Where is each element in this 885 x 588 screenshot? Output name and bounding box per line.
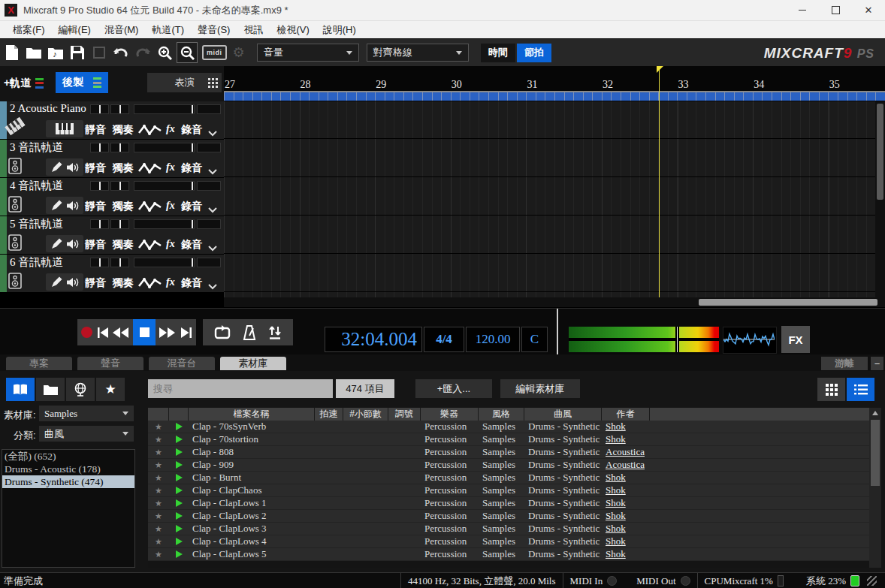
menu-item[interactable]: 編輯(E) [52, 23, 98, 37]
master-fx-button[interactable]: FX [781, 326, 810, 353]
track-lane[interactable] [224, 101, 875, 139]
preview-play-button[interactable] [169, 487, 189, 494]
track-header[interactable]: 4 音訊軌道 靜音 獨奏 fx 錄音 [0, 178, 224, 216]
pencil-icon[interactable] [51, 238, 62, 249]
sample-author-link[interactable]: Shok [602, 484, 650, 496]
minimize-button[interactable] [786, 1, 819, 20]
edit-library-button[interactable]: 編輯素材庫 [500, 379, 580, 398]
track-name[interactable]: 4 音訊軌道 [10, 179, 88, 194]
open-project-button[interactable] [24, 43, 44, 62]
pencil-icon[interactable] [51, 161, 62, 173]
track-lane[interactable] [224, 178, 875, 216]
preview-play-button[interactable] [169, 538, 189, 545]
fx-button[interactable]: fx [166, 237, 175, 252]
mute-button[interactable]: 靜音 [85, 122, 106, 137]
redo-button[interactable] [133, 43, 153, 62]
track-color-stripe[interactable] [0, 216, 7, 254]
track-header[interactable]: 2 Acoustic Piano 靜音 獨奏 fx 錄音 [0, 101, 224, 139]
scrollbar-thumb[interactable] [871, 420, 880, 486]
preview-play-button[interactable] [169, 499, 189, 507]
track-header[interactable]: 3 音訊軌道 靜音 獨奏 fx 錄音 [0, 140, 224, 177]
metronome-button[interactable] [242, 325, 257, 340]
category-select[interactable]: 曲風 [39, 426, 134, 442]
favorite-star-icon[interactable]: ★ [148, 448, 169, 457]
track-pan-slider[interactable] [90, 181, 109, 191]
track-name[interactable]: 6 音訊軌道 [10, 255, 88, 270]
track-volume-slider[interactable] [134, 219, 195, 229]
library-select[interactable]: Samples [39, 406, 134, 421]
menu-item[interactable]: 檔案(F) [6, 23, 52, 37]
favorite-star-icon[interactable]: ★ [148, 460, 169, 470]
library-row[interactable]: ★ Clap - 70sSynVerb Percussion Samples D… [148, 421, 881, 433]
track-pan-slider[interactable] [110, 258, 129, 267]
sample-author-link[interactable]: Acoustica [602, 446, 650, 458]
piano-keys-icon[interactable] [56, 123, 74, 134]
track-pan-slider[interactable] [110, 181, 129, 191]
track-pan-slider[interactable] [90, 143, 109, 152]
track-pan-slider[interactable] [110, 219, 129, 229]
arm-record-button[interactable]: 錄音 [181, 237, 202, 252]
sample-author-link[interactable]: Shok [602, 472, 650, 484]
chevron-down-icon[interactable] [208, 241, 217, 256]
arm-record-button[interactable]: 錄音 [181, 160, 202, 175]
column-header-author[interactable]: 作者 [602, 408, 650, 421]
monitor-speaker-icon[interactable] [8, 196, 22, 213]
snap-grid-select[interactable]: 對齊格線 [367, 44, 469, 62]
record-button[interactable] [81, 327, 92, 338]
column-header-instrument[interactable]: 樂器 [421, 408, 479, 421]
maximize-button[interactable] [819, 1, 852, 20]
favorite-star-icon[interactable]: ★ [148, 511, 169, 521]
beat-mode-button[interactable]: 節拍 [517, 44, 551, 62]
preview-play-button[interactable] [169, 461, 189, 469]
master-volume-handle[interactable] [675, 327, 679, 352]
mute-button[interactable]: 靜音 [85, 198, 106, 213]
library-row[interactable]: ★ Clap - ClapLows 1 Percussion Samples D… [148, 497, 881, 510]
punch-in-out-button[interactable] [268, 325, 282, 340]
track-color-stripe[interactable] [0, 255, 7, 292]
scrollbar-thumb[interactable] [699, 299, 877, 306]
preview-play-button[interactable] [169, 423, 189, 430]
import-button[interactable]: +匯入... [415, 379, 492, 398]
fx-button[interactable]: fx [166, 160, 175, 175]
solo-button[interactable]: 獨奏 [113, 122, 134, 137]
pencil-icon[interactable] [51, 200, 62, 211]
category-item[interactable]: Drums - Acoustic (178) [2, 463, 134, 475]
favorite-star-icon[interactable]: ★ [148, 486, 169, 496]
solo-button[interactable]: 獨奏 [113, 160, 134, 175]
new-project-button[interactable] [2, 43, 22, 62]
tempo-display[interactable]: 120.00 [466, 327, 520, 352]
track-color-stripe[interactable] [0, 140, 7, 177]
loop-button[interactable] [214, 325, 231, 340]
grid-view-button[interactable] [817, 378, 845, 401]
column-header-key[interactable]: 調號 [388, 408, 421, 421]
arrange-area[interactable] [224, 101, 875, 297]
arm-record-button[interactable]: 錄音 [181, 122, 202, 137]
preview-play-button[interactable] [169, 474, 189, 481]
track-lane[interactable] [224, 140, 875, 177]
solo-button[interactable]: 獨奏 [113, 275, 134, 290]
sample-author-link[interactable]: Shok [602, 433, 650, 445]
library-row[interactable]: ★ Clap - ClapLows 4 Percussion Samples D… [148, 535, 881, 548]
time-mode-button[interactable]: 時間 [481, 44, 515, 62]
track-name[interactable]: 5 音訊軌道 [10, 217, 88, 232]
solo-button[interactable]: 獨奏 [113, 198, 134, 213]
horizontal-scrollbar[interactable] [224, 297, 885, 307]
solo-button[interactable]: 獨奏 [113, 237, 134, 252]
preview-play-button[interactable] [169, 436, 189, 443]
playhead-flag-icon[interactable] [657, 66, 663, 73]
resize-grip[interactable] [867, 576, 877, 586]
library-search-input[interactable] [148, 379, 333, 398]
preview-play-button[interactable] [169, 525, 189, 532]
monitor-speaker-icon[interactable] [8, 158, 22, 174]
speaker-icon[interactable] [67, 239, 79, 249]
go-to-end-button[interactable] [180, 327, 192, 339]
favorite-column-header[interactable] [148, 408, 169, 421]
preview-column-header[interactable] [169, 408, 189, 421]
sample-author-link[interactable]: Shok [602, 548, 650, 560]
track-volume-slider[interactable] [134, 181, 195, 191]
detach-panel-button[interactable]: 游離 [821, 357, 868, 370]
sample-author-link[interactable]: Acoustica [602, 459, 650, 471]
track-pan-slider[interactable] [90, 104, 109, 114]
chevron-down-icon[interactable] [208, 126, 217, 141]
menu-item[interactable]: 視訊 [237, 23, 270, 37]
